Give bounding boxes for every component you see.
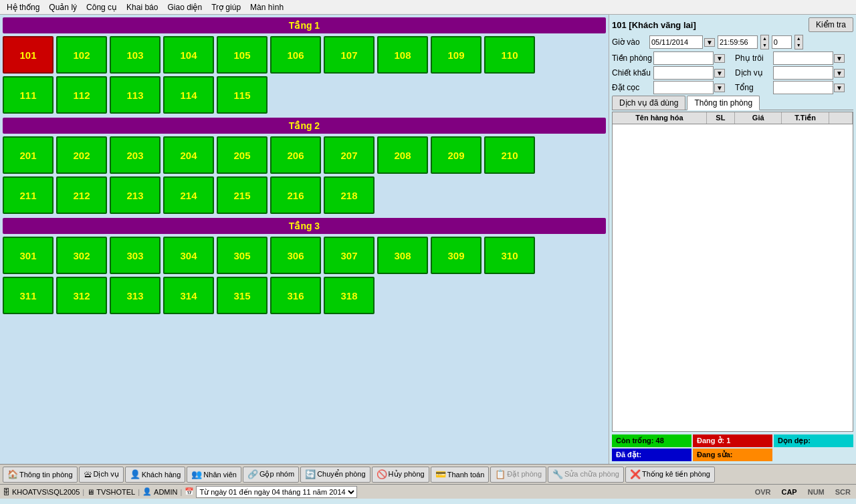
room-110[interactable]: 110	[484, 36, 535, 74]
room-108[interactable]: 108	[377, 36, 428, 74]
group-icon: 🔗	[247, 469, 258, 479]
room-102[interactable]: 102	[56, 36, 107, 74]
legend-da-dat: Đã đặt:	[612, 449, 691, 461]
gio-vao-time-input[interactable]	[718, 35, 758, 49]
room-204[interactable]: 204	[163, 136, 214, 174]
dat-coc-input[interactable]	[653, 81, 714, 94]
service-icon: 🛎	[84, 469, 92, 479]
room-306[interactable]: 306	[270, 237, 321, 274]
tien-phong-input[interactable]	[653, 51, 714, 65]
staff-icon: 👥	[191, 469, 202, 479]
tab-dich-vu[interactable]: Dịch vụ đã dùng	[612, 96, 685, 110]
room-215[interactable]: 215	[217, 176, 268, 214]
room-206[interactable]: 206	[270, 136, 321, 174]
room-310[interactable]: 310	[484, 237, 535, 274]
room-201[interactable]: 201	[3, 136, 54, 174]
room-302[interactable]: 302	[56, 237, 107, 274]
menu-giao-dien[interactable]: Giao diện	[163, 1, 206, 13]
room-305[interactable]: 305	[217, 237, 268, 274]
room-316[interactable]: 316	[270, 277, 321, 314]
floor-3-row-2: 311 312 313 314 315 316 318	[3, 277, 606, 314]
menu-man-hinh[interactable]: Màn hình	[246, 1, 288, 13]
task-sua-chua[interactable]: 🔧 Sửa chữa phòng	[548, 467, 624, 483]
phu-troi-dropdown[interactable]: ▼	[834, 54, 845, 63]
col-ten-hang-hoa: Tên hàng hóa	[613, 112, 707, 124]
room-101[interactable]: 101	[3, 36, 54, 74]
floor-1-header: Tầng 1	[3, 17, 606, 33]
room-111[interactable]: 111	[3, 76, 54, 114]
room-214[interactable]: 214	[163, 176, 214, 214]
room-318[interactable]: 318	[324, 277, 374, 314]
room-109[interactable]: 109	[431, 36, 481, 74]
time-spin-btn[interactable]: ▲ ▼	[760, 35, 769, 49]
room-212[interactable]: 212	[56, 176, 107, 214]
tong-input[interactable]	[773, 81, 833, 94]
room-113[interactable]: 113	[110, 76, 160, 114]
tong-dropdown[interactable]: ▼	[834, 84, 845, 92]
room-307[interactable]: 307	[324, 237, 374, 274]
gio-vao-num-input[interactable]	[772, 35, 792, 49]
gio-vao-date-input[interactable]	[649, 35, 703, 49]
room-107[interactable]: 107	[324, 36, 374, 74]
date-range-select[interactable]: Từ ngày 01 đến ngày 04 tháng 11 năm 2014	[196, 486, 357, 498]
dich-vu-input[interactable]	[773, 66, 833, 80]
task-nhan-vien[interactable]: 👥 Nhân viên	[187, 467, 241, 483]
floor-3-row-1: 301 302 303 304 305 306 307 308 309 310	[3, 237, 606, 274]
task-thanh-toan[interactable]: 💳 Thanh toán	[431, 467, 490, 483]
menu-he-thong[interactable]: Hệ thống	[3, 1, 43, 13]
room-303[interactable]: 303	[110, 237, 160, 274]
room-207[interactable]: 207	[324, 136, 374, 174]
menu-khai-bao[interactable]: Khai báo	[122, 1, 162, 13]
room-114[interactable]: 114	[163, 76, 214, 114]
task-huy-phong[interactable]: 🚫 Hủy phòng	[372, 467, 429, 483]
menu-cong-cu[interactable]: Công cụ	[82, 1, 121, 13]
task-thong-tin-phong[interactable]: 🏠 Thông tin phòng	[3, 467, 78, 483]
task-khach-hang[interactable]: 👤 Khách hàng	[125, 467, 186, 483]
task-dich-vu[interactable]: 🛎 Dịch vụ	[79, 467, 124, 483]
task-thong-ke[interactable]: ❌ Thống kê tiền phòng	[625, 467, 715, 483]
date-dropdown-btn[interactable]: ▼	[704, 38, 715, 47]
task-gop-nhom[interactable]: 🔗 Gộp nhóm	[243, 467, 299, 483]
room-205[interactable]: 205	[217, 136, 268, 174]
room-216[interactable]: 216	[270, 176, 321, 214]
room-313[interactable]: 313	[110, 277, 160, 314]
booking-icon: 📋	[495, 469, 506, 479]
dat-coc-dropdown[interactable]: ▼	[714, 84, 725, 92]
task-chuyen-phong[interactable]: 🔄 Chuyển phòng	[300, 467, 370, 483]
room-106[interactable]: 106	[270, 36, 321, 74]
num-spin-btn[interactable]: ▲ ▼	[794, 35, 803, 49]
chiet-khau-input[interactable]	[653, 66, 714, 80]
room-304[interactable]: 304	[163, 237, 214, 274]
room-209[interactable]: 209	[431, 136, 481, 174]
room-308[interactable]: 308	[377, 237, 428, 274]
home-icon: 🏠	[7, 469, 18, 479]
room-115[interactable]: 115	[217, 76, 268, 114]
room-213[interactable]: 213	[110, 176, 160, 214]
room-311[interactable]: 311	[3, 277, 54, 314]
room-104[interactable]: 104	[163, 36, 214, 74]
room-203[interactable]: 203	[110, 136, 160, 174]
room-309[interactable]: 309	[431, 237, 481, 274]
tien-phong-dropdown[interactable]: ▼	[714, 54, 725, 63]
room-314[interactable]: 314	[163, 277, 214, 314]
room-312[interactable]: 312	[56, 277, 107, 314]
menu-quan-ly[interactable]: Quản lý	[45, 1, 81, 13]
room-211[interactable]: 211	[3, 176, 54, 214]
room-315[interactable]: 315	[217, 277, 268, 314]
room-112[interactable]: 112	[56, 76, 107, 114]
menu-tro-giup[interactable]: Trợ giúp	[207, 1, 245, 13]
kiem-tra-button[interactable]: Kiểm tra	[809, 17, 853, 32]
tab-thong-tin[interactable]: Thông tin phòng	[687, 96, 760, 110]
room-210[interactable]: 210	[484, 136, 535, 174]
room-103[interactable]: 103	[110, 36, 160, 74]
dich-vu-dropdown[interactable]: ▼	[834, 69, 845, 78]
room-301[interactable]: 301	[3, 237, 54, 274]
room-202[interactable]: 202	[56, 136, 107, 174]
chiet-khau-dropdown[interactable]: ▼	[714, 69, 725, 78]
room-218[interactable]: 218	[324, 176, 374, 214]
room-208[interactable]: 208	[377, 136, 428, 174]
phu-troi-input[interactable]	[773, 51, 833, 65]
task-dat-phong[interactable]: 📋 Đặt phòng	[490, 467, 546, 483]
room-105[interactable]: 105	[217, 36, 268, 74]
form-row-chiet-khau: Chiết khấu ▼ Dịch vụ ▼	[612, 66, 853, 80]
